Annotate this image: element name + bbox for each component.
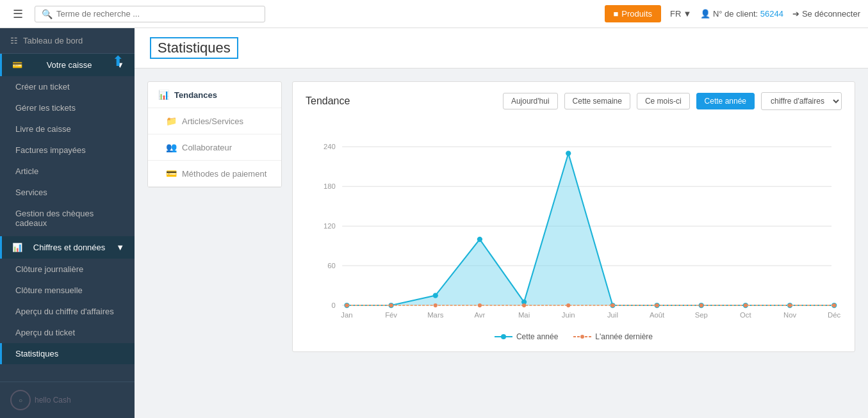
filter-this-year[interactable]: Cette année <box>696 93 755 109</box>
sidebar-item-article[interactable]: Article <box>0 161 135 182</box>
page-title: Statistiques <box>150 37 238 59</box>
sidebar-item-creer-ticket[interactable]: Créer un ticket <box>0 76 135 97</box>
svg-point-23 <box>501 334 506 339</box>
dot-ly-dec <box>832 303 836 307</box>
search-box: 🔍 <box>35 6 265 22</box>
hamburger-button[interactable]: ☰ <box>8 4 28 24</box>
articles-services-label: Articles/Services <box>182 117 243 126</box>
chart-legend: Cette année L'année dernière <box>306 332 842 341</box>
products-icon: ■ <box>614 9 619 19</box>
trend-chart: 0 60 120 180 240 Jan Fév Mars Avr Mai Ju… <box>306 120 842 325</box>
dot-ly-jun <box>566 303 570 307</box>
nav-right: ■ Produits FR ▼ 👤 N° de client: 56244 ➔ … <box>605 5 861 22</box>
sidebar-item-cloture-journaliere[interactable]: Clôture journalière <box>0 259 135 280</box>
svg-text:120: 120 <box>323 222 336 230</box>
client-label: 👤 N° de client: <box>700 9 760 19</box>
dashboard-icon: ☷ <box>10 36 18 45</box>
sidebar-item-services[interactable]: Services <box>0 182 135 203</box>
metric-select[interactable]: chiffre d'affaires <box>761 92 842 110</box>
filter-today[interactable]: Aujourd'hui <box>503 93 558 109</box>
footer-label: hello Cash <box>35 396 71 405</box>
dot-ly-oct <box>744 303 748 307</box>
products-label: Produits <box>621 9 652 19</box>
svg-text:Fév: Fév <box>385 311 397 319</box>
svg-text:Sep: Sep <box>695 311 708 319</box>
dot-mar <box>433 293 438 298</box>
chart-title: Tendance <box>306 95 350 107</box>
dot-ly-mar <box>434 303 438 307</box>
sidebar-item-factures[interactable]: Factures impayées <box>0 140 135 161</box>
language-selector[interactable]: FR ▼ <box>670 9 691 19</box>
svg-text:Mars: Mars <box>427 311 444 319</box>
tab-articles-services[interactable]: 📁 Articles/Services <box>148 108 281 134</box>
chart-svg-container: 0 60 120 180 240 Jan Fév Mars Avr Mai Ju… <box>306 120 842 327</box>
sidebar: ☷ Tableau de bord 💳 Votre caisse ▼ ⬆ Cré… <box>0 28 135 418</box>
svg-text:180: 180 <box>323 182 336 190</box>
sidebar-item-statistiques[interactable]: Statistiques <box>0 343 135 364</box>
tendances-icon: 📊 <box>158 90 169 100</box>
tab-methode-paiement[interactable]: 💳 Méthodes de paiement <box>148 161 281 187</box>
sidebar-item-apercu-chiffre[interactable]: Aperçu du chiffre d'affaires <box>0 301 135 322</box>
legend-this-year: Cette année <box>495 332 558 341</box>
tab-collaborateur[interactable]: 👥 Collaborateur <box>148 134 281 161</box>
svg-text:Juin: Juin <box>562 311 575 319</box>
legend-last-year-label: L'année dernière <box>595 332 653 341</box>
collaborateur-label: Collaborateur <box>182 143 232 152</box>
filter-this-month[interactable]: Ce mois-ci <box>637 93 690 109</box>
sidebar-footer: ○ hello Cash <box>0 382 135 418</box>
dot-ly-jan <box>345 303 348 307</box>
logo-icon: ○ <box>10 390 31 410</box>
chiffres-icon: 📊 <box>12 243 22 252</box>
logout-button[interactable]: ➔ Se déconnecter <box>792 9 860 19</box>
svg-text:Avr: Avr <box>475 311 486 319</box>
dot-ly-may <box>522 303 526 307</box>
collaborateur-icon: 👥 <box>166 142 177 152</box>
svg-text:Mai: Mai <box>518 311 530 319</box>
tab-tendances[interactable]: 📊 Tendances <box>148 82 281 108</box>
sidebar-item-cheques[interactable]: Gestion des chèques cadeaux <box>0 203 135 234</box>
sidebar-item-cloture-mensuelle[interactable]: Clôture mensuelle <box>0 280 135 301</box>
content-area: Statistiques 📊 Tendances 📁 Articles/Serv… <box>135 28 868 418</box>
search-input[interactable] <box>56 9 258 19</box>
svg-text:Jan: Jan <box>341 311 352 319</box>
chiffres-donnees-label: Chiffres et données <box>33 243 106 252</box>
legend-this-year-label: Cette année <box>516 332 558 341</box>
legend-line-this-year-icon <box>495 333 512 341</box>
svg-point-25 <box>580 335 584 339</box>
svg-text:Juil: Juil <box>607 311 618 319</box>
sidebar-item-gerer-tickets[interactable]: Gérer les tickets <box>0 97 135 118</box>
sidebar-item-apercu-ticket[interactable]: Aperçu du ticket <box>0 322 135 343</box>
sidebar-item-livre-caisse[interactable]: Livre de caisse <box>0 118 135 140</box>
legend-last-year: L'année dernière <box>573 332 653 341</box>
logout-label: Se déconnecter <box>802 9 860 19</box>
dot-ly-nov <box>788 303 792 307</box>
chevron-down-icon: ▼ <box>683 9 691 19</box>
client-number-link[interactable]: 56244 <box>760 9 783 19</box>
paiement-icon: 💳 <box>166 168 177 179</box>
svg-text:Août: Août <box>650 311 665 319</box>
chart-header: Tendance Aujourd'hui Cette semaine Ce mo… <box>306 92 842 110</box>
main-layout: ☷ Tableau de bord 💳 Votre caisse ▼ ⬆ Cré… <box>0 28 868 418</box>
svg-text:240: 240 <box>323 143 336 150</box>
filter-this-week[interactable]: Cette semaine <box>564 93 630 109</box>
tendances-label: Tendances <box>174 90 217 100</box>
search-icon: 🔍 <box>42 9 53 19</box>
up-arrow-indicator: ⬆ <box>112 53 124 70</box>
votre-caisse-icon: 💳 <box>12 60 22 70</box>
dashboard-link[interactable]: ☷ Tableau de bord <box>0 28 135 54</box>
dashboard-label: Tableau de bord <box>23 36 83 45</box>
legend-line-last-year-icon <box>573 333 591 341</box>
dot-ly-jul <box>610 303 614 307</box>
svg-text:Oct: Oct <box>740 311 751 319</box>
svg-text:60: 60 <box>327 262 336 269</box>
svg-text:Nov: Nov <box>783 311 797 319</box>
dot-apr <box>477 237 482 242</box>
chart-area: Tendance Aujourd'hui Cette semaine Ce mo… <box>292 81 855 352</box>
products-button[interactable]: ■ Produits <box>605 5 662 22</box>
methode-paiement-label: Méthodes de paiement <box>182 169 266 179</box>
articles-icon: 📁 <box>166 116 177 126</box>
chiffres-donnees-section[interactable]: 📊 Chiffres et données ▼ <box>0 236 135 259</box>
dot-ly-apr <box>478 303 482 307</box>
client-info: 👤 N° de client: 56244 <box>700 9 783 19</box>
lang-label: FR <box>670 9 681 19</box>
